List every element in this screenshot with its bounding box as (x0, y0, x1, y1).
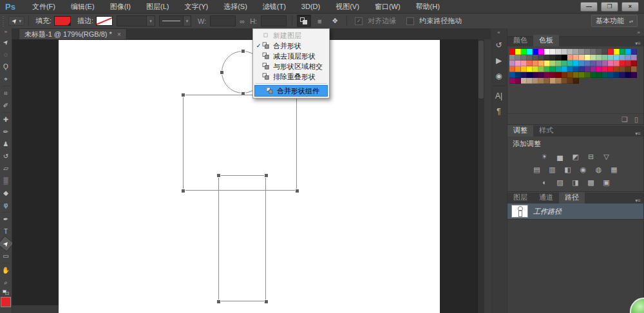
color-swatch[interactable] (596, 61, 602, 66)
color-swatch[interactable] (515, 49, 521, 55)
color-swatch[interactable] (515, 55, 521, 61)
menu-item-intersect-shape-areas[interactable]: 与形状区域相交 (253, 61, 329, 71)
color-swatch[interactable] (573, 55, 579, 61)
color-swatch[interactable] (550, 49, 556, 55)
crop-tool[interactable]: ⌗ (0, 87, 12, 99)
color-swatch[interactable] (509, 72, 515, 78)
color-swatch[interactable] (602, 61, 608, 66)
color-swatch[interactable] (567, 49, 573, 55)
color-swatch[interactable] (620, 66, 625, 72)
color-swatch[interactable] (562, 61, 567, 66)
color-swatch[interactable] (533, 66, 538, 72)
path-alignment-button[interactable]: ≡ (312, 15, 327, 27)
gradient-map-icon[interactable]: ▩ (585, 178, 596, 187)
color-swatch[interactable] (602, 55, 608, 61)
color-swatch[interactable] (631, 66, 637, 72)
color-swatch[interactable] (620, 49, 625, 55)
color-swatch[interactable] (509, 49, 515, 55)
invert-icon[interactable]: ◐ (539, 178, 550, 187)
color-swatch[interactable] (538, 49, 544, 55)
swatches-tab[interactable]: 颜色 (507, 35, 533, 46)
menu-item-exclude-overlapping-shapes[interactable]: 排除重叠形状 (253, 71, 329, 82)
menu-item-v[interactable]: 视图(V) (328, 0, 367, 13)
pen-tool[interactable]: ✒ (0, 213, 12, 225)
canvas[interactable] (59, 40, 440, 313)
color-swatch[interactable] (602, 49, 608, 55)
paragraph-panel-icon[interactable]: ¶ (491, 104, 507, 119)
shape-width-input[interactable] (210, 15, 236, 26)
lasso-tool[interactable]: Ϙ (0, 61, 12, 73)
menu-item-subtract-front-shape[interactable]: 减去顶层形状 (253, 51, 329, 61)
color-lookup-icon[interactable]: ▦ (609, 165, 620, 174)
color-swatch[interactable] (556, 61, 562, 66)
color-swatch[interactable] (567, 72, 573, 78)
shape-height-input[interactable] (261, 15, 287, 26)
color-swatch[interactable] (596, 72, 602, 78)
color-swatch[interactable] (544, 49, 550, 55)
path-anchor-point[interactable] (182, 189, 185, 193)
menu-item-y[interactable]: 文字(Y) (176, 0, 216, 13)
color-swatch[interactable] (579, 66, 585, 72)
color-swatch[interactable] (631, 72, 637, 78)
foreground-color-swatch[interactable] (1, 297, 11, 307)
color-swatch[interactable] (602, 72, 608, 78)
color-swatch[interactable] (533, 49, 538, 55)
color-swatch[interactable] (591, 61, 596, 66)
stroke-style-dropdown[interactable]: ▾ (159, 15, 191, 26)
color-swatch[interactable] (585, 49, 591, 55)
color-swatch[interactable] (562, 72, 567, 78)
hand-tool[interactable]: ✋ (0, 264, 12, 276)
color-swatch[interactable] (591, 66, 596, 72)
actions-panel-icon[interactable]: ▶ (491, 53, 507, 68)
healing-brush-tool[interactable]: ✚ (0, 113, 12, 126)
quick-selection-tool[interactable]: ⌖ (0, 73, 12, 85)
paths-tab[interactable]: 通道 (533, 192, 559, 204)
color-swatch[interactable] (550, 66, 556, 72)
color-swatch[interactable] (556, 55, 562, 61)
color-swatch[interactable] (544, 72, 550, 78)
panel-menu-icon[interactable]: ▾≡ (635, 131, 643, 137)
color-swatch[interactable] (625, 55, 631, 61)
posterize-icon[interactable]: ▨ (554, 178, 565, 187)
color-swatch[interactable] (527, 78, 533, 84)
color-swatch[interactable] (538, 61, 544, 66)
color-swatch[interactable] (521, 49, 527, 55)
close-tab-icon[interactable]: × (117, 31, 121, 38)
path-anchor-point[interactable] (242, 50, 245, 53)
options-bar-grip[interactable] (2, 16, 5, 26)
color-swatch[interactable] (579, 49, 585, 55)
color-swatch[interactable] (579, 61, 585, 66)
color-swatch[interactable] (550, 72, 556, 78)
scrollbar-thumb[interactable] (478, 41, 484, 99)
menu-item-i[interactable]: 图像(I) (102, 0, 138, 13)
blur-tool[interactable]: ◆ (0, 187, 12, 199)
color-swatch[interactable] (625, 66, 631, 72)
dodge-tool[interactable]: φ (0, 199, 12, 211)
color-swatch[interactable] (550, 61, 556, 66)
color-swatch[interactable] (562, 78, 567, 84)
swatches-tab[interactable]: 色板 (533, 35, 559, 46)
clone-stamp-tool[interactable]: ♟ (0, 138, 12, 150)
menu-item-s[interactable]: 选择(S) (216, 0, 255, 13)
brush-tool[interactable]: ✏ (0, 126, 12, 138)
constrain-path-drag-checkbox[interactable]: 约束路径拖动 (406, 16, 464, 26)
document-tab[interactable]: 未标题-1 @ 179%(RGB/8) * × (19, 28, 127, 39)
color-swatch[interactable] (521, 78, 527, 84)
color-swatch[interactable] (567, 61, 573, 66)
color-swatch[interactable] (591, 72, 596, 78)
menu-item-3dd[interactable]: 3D(D) (294, 0, 328, 13)
color-swatch[interactable] (585, 66, 591, 72)
color-swatch[interactable] (533, 61, 538, 66)
color-swatch[interactable] (544, 78, 550, 84)
color-balance-icon[interactable]: ▥ (547, 165, 558, 174)
stroke-width-dropdown[interactable]: ▾ (117, 15, 155, 26)
color-swatch[interactable] (509, 66, 515, 72)
color-swatch[interactable] (533, 78, 538, 84)
path-arrangement-button[interactable]: ❖ (328, 15, 342, 27)
default-colors-icon[interactable] (3, 290, 9, 295)
color-swatch[interactable] (614, 61, 620, 66)
color-swatch[interactable] (573, 49, 579, 55)
color-swatch[interactable] (509, 55, 515, 61)
color-swatch[interactable] (556, 78, 562, 84)
menu-item-combine-shapes[interactable]: ✓合并形状 (253, 41, 329, 51)
